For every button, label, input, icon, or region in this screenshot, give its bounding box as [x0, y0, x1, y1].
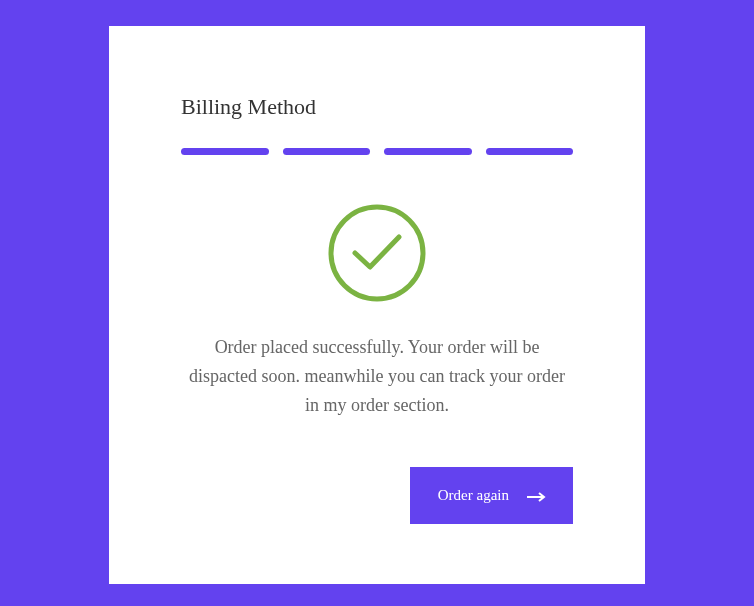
progress-step — [486, 148, 574, 155]
arrow-right-icon — [527, 492, 545, 500]
order-again-label: Order again — [438, 487, 509, 504]
card-footer: Order again — [410, 467, 573, 524]
progress-step — [384, 148, 472, 155]
success-description: Order placed successfully. Your order wi… — [181, 333, 573, 419]
svg-point-0 — [331, 207, 423, 299]
page-title: Billing Method — [181, 94, 573, 120]
order-again-button[interactable]: Order again — [410, 467, 573, 524]
progress-step — [181, 148, 269, 155]
progress-step — [283, 148, 371, 155]
checkout-card: Billing Method Order placed successfully… — [109, 26, 645, 584]
success-checkmark-icon — [181, 203, 573, 303]
progress-steps — [181, 148, 573, 155]
